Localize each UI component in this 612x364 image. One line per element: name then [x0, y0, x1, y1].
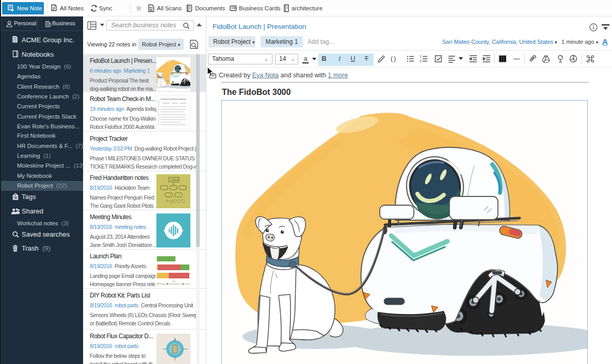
svg-text:Design: Design	[159, 283, 166, 285]
svg-text:2: 2	[420, 59, 422, 63]
svg-text:FRED: FRED	[170, 178, 179, 181]
svg-text:1: 1	[420, 55, 422, 58]
svg-text:Launch: Launch	[184, 283, 190, 285]
svg-text:Development: Development	[169, 283, 181, 285]
svg-text:S=µ▢▢▢: S=µ▢▢▢	[166, 198, 185, 203]
